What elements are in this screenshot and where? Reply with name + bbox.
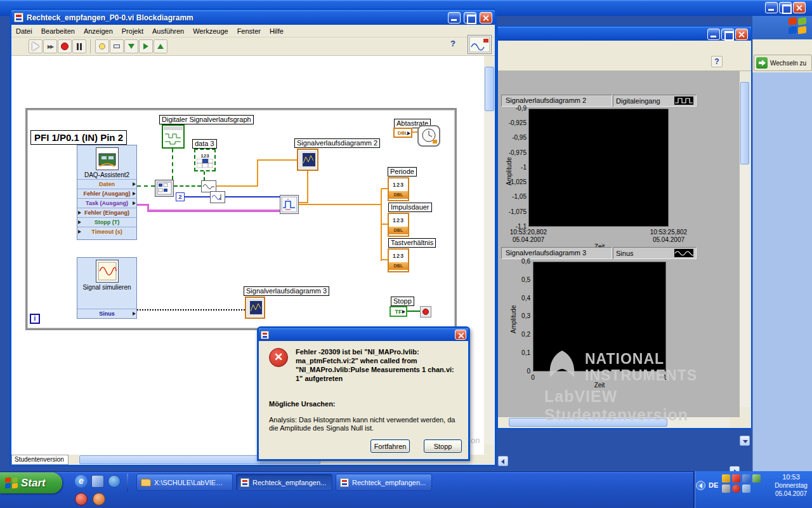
close-icon[interactable] [480,12,492,23]
media-player-icon[interactable] [108,475,121,488]
block-diagram-titlebar[interactable]: Rechteck_empfangen_P0-0.vi Blockdiagramm [11,10,495,25]
terminal-task-ausgang[interactable]: Task (Ausgang) [77,198,136,208]
tastverhaeltnis-label[interactable]: Tastverhältnis [388,238,436,248]
menu-bearbeiten[interactable]: Bearbeiten [37,25,79,37]
labview-vi-icon [14,13,23,22]
maximize-icon[interactable] [721,29,734,40]
step-into-icon[interactable] [124,39,138,53]
run-continuously-button[interactable]: ▶▶ [43,39,57,53]
chart2-legend[interactable]: Digitaleingang [613,95,697,107]
minimize-icon[interactable] [448,12,461,23]
daq-assistant-node[interactable]: DAQ-Assistent2 Daten Fehler (Ausgang) Ta… [77,145,137,240]
continue-button[interactable]: Fortfahren [370,439,410,453]
vertical-scrollbar-thumb[interactable] [740,82,749,164]
terminal-sinus[interactable]: Sinus [77,309,136,318]
simulate-signal-node[interactable]: Signal simulieren Sinus [77,257,137,319]
abtastrate-dbl-terminal[interactable]: DBL [393,128,412,138]
periode-indicator[interactable]: 123DBL [388,177,409,201]
close-icon[interactable] [793,2,806,13]
wire-waveform [257,159,297,161]
scroll-left-button[interactable] [498,456,508,466]
data3-terminal[interactable]: 123 [194,149,216,171]
vi-icon-well[interactable] [468,35,492,54]
step-out-icon[interactable] [154,39,167,53]
impulsdauer-indicator[interactable]: 123DBL [388,213,409,237]
error-dialog-titlebar[interactable] [259,328,468,341]
menu-fenster[interactable]: Fenster [233,25,265,37]
taskbar-item-blockdiagram[interactable]: Rechteck_empfangen... [236,474,332,491]
terminal-daten[interactable]: Daten [77,179,136,189]
terminal-timeout[interactable]: Timeout (s) [77,227,136,236]
scroll-down-button[interactable] [740,436,750,446]
tray-clock[interactable]: 10:53 Donnerstag 05.04.2007 [771,473,811,506]
maximize-icon[interactable] [464,12,476,23]
update-icon[interactable] [752,474,761,483]
pin-free-label[interactable]: PFI 1/P0.1 (IN) Pin 2 [30,130,127,145]
minimize-icon[interactable] [707,29,720,40]
minimize-icon[interactable] [765,2,778,13]
run-button[interactable] [29,39,43,53]
antivirus-icon[interactable] [732,485,740,493]
stop-button[interactable]: Stopp [424,439,462,453]
timing-node-icon[interactable] [417,125,440,147]
printer-icon[interactable] [722,485,730,493]
close-icon[interactable] [455,330,466,340]
retain-wire-values-icon[interactable] [110,39,124,53]
switch-to-button[interactable]: Wechseln zu [754,55,812,71]
app-icon-red-2[interactable] [93,493,105,505]
status-tab[interactable]: Studentenversion [11,455,69,465]
chart3-terminal-label[interactable]: Signalverlaufsdiagramm 3 [244,286,329,296]
periode-label[interactable]: Periode [388,167,417,177]
network-icon[interactable] [742,474,750,483]
context-help-button[interactable]: ? [448,39,458,51]
highlight-execution-icon[interactable] [95,39,109,53]
menu-werkzeuge[interactable]: Werkzeuge [188,25,232,37]
loop-condition-terminal[interactable] [420,306,431,318]
data3-label[interactable]: data 3 [192,139,217,149]
pulse-measurement-node[interactable] [280,195,299,214]
chart2-plot-area[interactable] [528,109,669,227]
volume-icon[interactable] [742,485,750,493]
terminal-stopp-t[interactable]: Stopp (T) [77,217,136,227]
labview-vi-icon [240,478,249,487]
chart3-terminal[interactable] [245,297,265,319]
chart3-legend[interactable]: Sinus [613,247,697,259]
taskbar-item-explorer[interactable]: X:\SCHULE\LabVIEW\... [136,474,233,491]
step-over-icon[interactable] [139,39,153,53]
menu-hilfe[interactable]: Hilfe [265,25,288,37]
menu-anzeigen[interactable]: Anzeigen [79,25,117,37]
terminal-fehler-eingang[interactable]: Fehler (Eingang) [77,208,136,217]
vertical-scrollbar[interactable] [484,66,495,444]
digital-graph-terminal[interactable] [162,124,185,149]
help-button[interactable]: ? [711,56,723,67]
loop-iteration-terminal[interactable]: i [30,314,40,324]
stopp-tf-terminal[interactable]: TF [390,306,407,317]
start-button[interactable]: Start [0,472,62,493]
taskbar-item-frontpanel[interactable]: Rechteck_empfangen... [336,474,432,491]
tastverhaeltnis-indicator[interactable]: 123DBL [388,248,409,272]
messenger-icon[interactable] [732,474,740,483]
chart2-terminal[interactable] [297,149,318,171]
menu-projekt[interactable]: Projekt [117,25,148,37]
close-icon[interactable] [735,29,748,40]
signal-function-icon[interactable] [210,191,225,203]
digital-graph-label[interactable]: Digitaler Signalverlaufsgraph [159,115,254,124]
convert-from-dynamic-icon[interactable] [155,180,174,197]
abort-button[interactable] [58,39,72,53]
pause-button[interactable] [72,39,86,53]
menu-ausfuehren[interactable]: Ausführen [148,25,188,37]
internet-explorer-icon[interactable]: e [75,475,88,488]
numeric-constant-2[interactable]: 2 [176,192,185,201]
vertical-scrollbar-thumb[interactable] [485,67,494,111]
language-indicator[interactable]: DE [709,481,718,489]
tray-chevron-icon[interactable] [696,481,705,490]
chart2-terminal-label[interactable]: Signalverlaufsdiagramm 2 [294,138,380,148]
stopp-label[interactable]: Stopp [391,297,414,306]
terminal-fehler-ausgang[interactable]: Fehler (Ausgang) [77,189,136,198]
impulsdauer-label[interactable]: Impulsdauer [388,203,432,212]
menu-datei[interactable]: Datei [11,25,37,37]
app-icon-red-1[interactable] [75,493,88,505]
maximize-icon[interactable] [779,2,792,13]
security-shield-icon[interactable] [722,474,730,483]
show-desktop-icon[interactable] [91,475,104,488]
